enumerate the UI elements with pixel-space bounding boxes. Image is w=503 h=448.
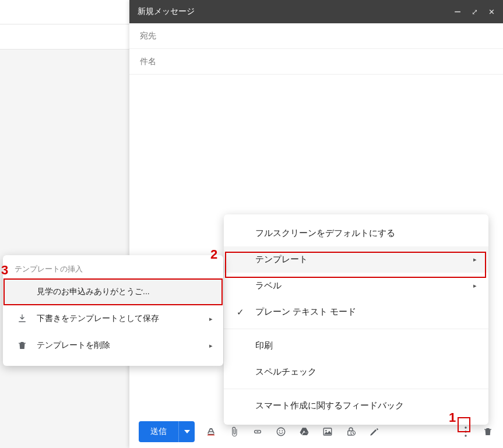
minimize-icon[interactable]: − bbox=[454, 9, 461, 15]
menu-separator bbox=[224, 329, 488, 329]
templates-submenu: テンプレートの挿入 見学のお申込みありがとうご... 下書きをテンプレートとして… bbox=[3, 255, 223, 366]
submenu-insert-label: 見学のお申込みありがとうご... bbox=[37, 287, 150, 297]
menu-print[interactable]: 印刷 bbox=[224, 333, 488, 359]
submenu-save-label: 下書きをテンプレートとして保存 bbox=[37, 313, 159, 324]
svg-point-5 bbox=[325, 430, 326, 431]
send-button[interactable]: 送信 bbox=[139, 421, 178, 442]
submenu-delete-template[interactable]: テンプレートを削除 bbox=[3, 332, 223, 359]
menu-print-label: 印刷 bbox=[255, 340, 273, 351]
emoji-icon[interactable] bbox=[275, 426, 287, 438]
trash-icon[interactable] bbox=[482, 426, 494, 438]
annotation-1: 1 bbox=[449, 410, 456, 425]
svg-point-10 bbox=[465, 431, 466, 432]
submenu-delete-label: テンプレートを削除 bbox=[37, 340, 110, 351]
pen-icon[interactable] bbox=[368, 426, 380, 438]
attach-icon[interactable] bbox=[228, 426, 240, 438]
more-options-menu: フルスクリーンをデフォルトにする テンプレート ラベル プレーン テキスト モー… bbox=[224, 214, 488, 425]
menu-spellcheck-label: スペルチェック bbox=[255, 366, 316, 378]
menu-templates-label: テンプレート bbox=[255, 254, 308, 265]
drive-icon[interactable] bbox=[298, 426, 310, 438]
annotation-3: 3 bbox=[1, 263, 8, 278]
more-options-icon[interactable] bbox=[460, 426, 472, 438]
menu-fullscreen-default[interactable]: フルスクリーンをデフォルトにする bbox=[224, 220, 488, 246]
annotation-2: 2 bbox=[210, 247, 217, 262]
to-label: 宛先 bbox=[140, 31, 156, 41]
send-button-group: 送信 bbox=[139, 421, 195, 442]
compose-header-actions: − ⤢ ✕ bbox=[454, 8, 495, 16]
left-background bbox=[0, 0, 129, 448]
submenu-header: テンプレートの挿入 bbox=[3, 260, 223, 278]
svg-rect-0 bbox=[207, 435, 214, 436]
subject-label: 件名 bbox=[140, 57, 156, 67]
format-icon[interactable] bbox=[205, 426, 217, 438]
menu-templates[interactable]: テンプレート bbox=[224, 246, 488, 273]
trash-icon bbox=[16, 339, 29, 352]
submenu-insert-template[interactable]: 見学のお申込みありがとうご... bbox=[3, 278, 223, 305]
compose-header: 新規メッセージ − ⤢ ✕ bbox=[129, 0, 503, 23]
left-divider-2 bbox=[0, 49, 129, 50]
menu-labels[interactable]: ラベル bbox=[224, 273, 488, 299]
left-top-white bbox=[0, 0, 129, 50]
menu-separator-2 bbox=[224, 389, 488, 389]
menu-plaintext[interactable]: プレーン テキスト モード bbox=[224, 299, 488, 325]
close-icon[interactable]: ✕ bbox=[488, 8, 495, 16]
link-icon[interactable] bbox=[252, 426, 263, 438]
svg-point-9 bbox=[465, 426, 466, 428]
svg-point-3 bbox=[282, 431, 283, 432]
download-icon bbox=[16, 312, 29, 325]
to-field[interactable]: 宛先 bbox=[129, 23, 503, 49]
compose-title: 新規メッセージ bbox=[138, 6, 454, 17]
toolbar-right bbox=[460, 426, 494, 438]
menu-labels-label: ラベル bbox=[255, 280, 282, 291]
menu-spellcheck[interactable]: スペルチェック bbox=[224, 359, 488, 385]
svg-point-11 bbox=[465, 435, 466, 436]
expand-icon[interactable]: ⤢ bbox=[472, 8, 478, 16]
subject-field[interactable]: 件名 bbox=[129, 49, 503, 75]
send-more-button[interactable] bbox=[178, 421, 195, 442]
svg-point-2 bbox=[279, 431, 280, 432]
left-divider-1 bbox=[0, 24, 129, 24]
menu-plaintext-label: プレーン テキスト モード bbox=[255, 306, 356, 318]
confidential-icon[interactable] bbox=[345, 426, 357, 438]
submenu-save-draft-as-template[interactable]: 下書きをテンプレートとして保存 bbox=[3, 305, 223, 332]
image-icon[interactable] bbox=[322, 426, 333, 438]
menu-smartcompose-label: スマート作成に関するフィードバック bbox=[255, 400, 404, 411]
svg-point-1 bbox=[277, 428, 285, 436]
menu-fullscreen-label: フルスクリーンをデフォルトにする bbox=[255, 228, 395, 239]
toolbar-icons bbox=[205, 426, 380, 438]
